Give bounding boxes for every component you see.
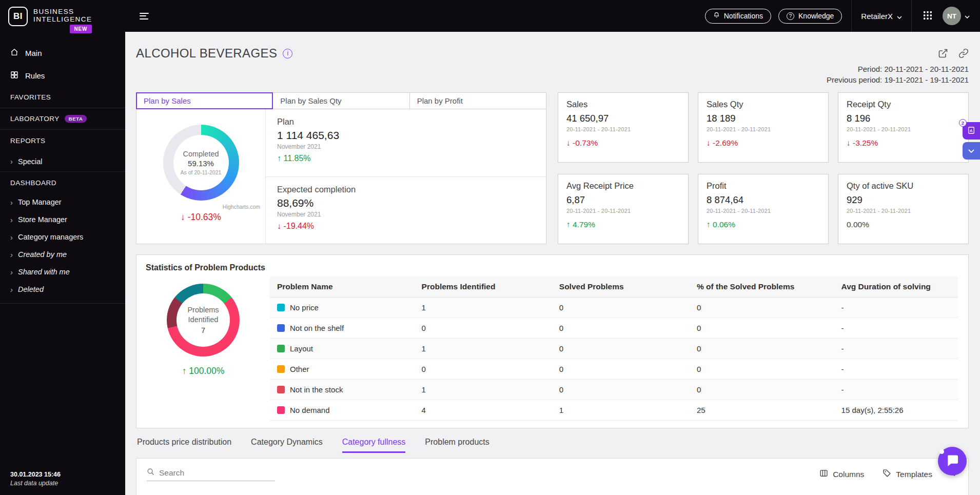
plan-summary: Plan 1 114 465,63 November 2021 11.85% <box>266 109 546 177</box>
logo-line2: INTELLIGENCE <box>33 15 92 23</box>
section-tab[interactable]: Category Dynamics <box>251 438 323 453</box>
kpi-delta: 0.06% <box>707 220 820 229</box>
new-badge: NEW <box>70 25 92 33</box>
kpi-delta: 0.00% <box>847 220 960 229</box>
reports-flyout-button[interactable]: 2 <box>963 122 980 140</box>
menu-toggle-icon[interactable] <box>140 13 149 19</box>
sidebar-item-label: Store Manager <box>18 215 67 224</box>
sidebar-section-laboratory[interactable]: LABORATORY BETA <box>0 108 125 130</box>
gauge-value: 59.13% <box>188 159 214 168</box>
chevron-right-icon: › <box>10 251 13 259</box>
chevron-right-icon: › <box>10 286 13 293</box>
problem-type-icon <box>277 365 285 373</box>
search-input[interactable] <box>159 468 275 478</box>
last-update-footer: 30.01.2023 15:46 Last data update <box>10 470 61 488</box>
kpi-delta: -2.69% <box>707 138 820 148</box>
avatar[interactable]: NT <box>943 7 961 25</box>
completion-gauge-column: Completed 59.13% As of 20-11-2021 Highch… <box>136 109 266 244</box>
kpi-card: Sales Qty 18 189 20-11-2021 - 20-11-2021… <box>698 92 829 163</box>
top-section: Plan by Sales Plan by Sales Qty Plan by … <box>136 92 969 244</box>
kpi-title: Profit <box>707 181 820 191</box>
sidebar-item-label: Deleted <box>18 285 44 293</box>
knowledge-button[interactable]: Knowledge <box>778 9 842 24</box>
search-icon <box>147 468 154 478</box>
table-row: Layout 1 0 0 - <box>270 339 958 359</box>
table-row: Not in the stock 1 0 0 - <box>270 380 958 400</box>
section-tab[interactable]: Category fullness <box>342 438 406 453</box>
sidebar-item-rules[interactable]: Rules <box>0 64 125 87</box>
kpi-title: Sales Qty <box>707 100 820 109</box>
plan-block: Plan by Sales Plan by Sales Qty Plan by … <box>136 92 546 244</box>
section-tab[interactable]: Problem products <box>425 438 489 453</box>
kpi-card: Qty of active SKU 929 20-11-2021 - 20-11… <box>838 174 969 244</box>
section-tab[interactable]: Products price distribution <box>137 438 231 453</box>
plan-tab[interactable]: Plan by Sales <box>136 92 273 109</box>
sidebar-item[interactable]: › Category managers <box>0 228 125 246</box>
last-update-note: Last data update <box>10 479 61 488</box>
sidebar-item-label: Rules <box>25 71 45 80</box>
chevron-down-icon <box>965 11 970 21</box>
column-header: Problem Name <box>270 276 415 298</box>
plan-tab[interactable]: Plan by Profit <box>409 92 546 109</box>
chevron-right-icon: › <box>10 268 13 276</box>
sidebar-item[interactable]: › Created by me <box>0 246 125 263</box>
chat-fab-button[interactable] <box>938 447 967 476</box>
kpi-delta: -3.25% <box>847 138 960 148</box>
sidebar-item[interactable]: › Store Manager <box>0 211 125 228</box>
main-content: ALCOHOL BEVERAGES Period: 20-11-2021 - 2… <box>125 32 980 495</box>
kpi-card: Avg Receipt Price 6,87 20-11-2021 - 20-1… <box>558 174 689 244</box>
sidebar-item-label: Main <box>25 49 42 57</box>
sidebar: BI BUSINESS INTELLIGENCE NEW Main Rules … <box>0 0 125 495</box>
sidebar-item-special[interactable]: › Special <box>0 151 125 172</box>
sidebar-section-dashboard[interactable]: DASHBOARD <box>0 172 125 193</box>
highcharts-credit[interactable]: Highcharts.com <box>136 204 265 210</box>
user-menu[interactable]: NT <box>943 7 970 25</box>
problem-name: Layout <box>290 344 313 353</box>
logo-bi-icon: BI <box>8 7 28 26</box>
rules-icon <box>10 71 18 81</box>
plan-value: 1 114 465,63 <box>277 129 535 142</box>
notifications-button[interactable]: Notifications <box>705 9 771 24</box>
problems-donut-column: Problems Identified 7 100.00% <box>136 276 270 377</box>
column-header: Solved Problems <box>552 276 690 298</box>
copy-link-icon[interactable] <box>958 48 969 58</box>
kpi-card: Sales 41 650,97 20-11-2021 - 20-11-2021 … <box>558 92 689 163</box>
donut-label-line2: Identified <box>188 315 219 325</box>
sidebar-section-favorites[interactable]: FAVORITES <box>0 87 125 108</box>
chevron-right-icon: › <box>10 157 13 165</box>
sidebar-item[interactable]: › Shared with me <box>0 263 125 281</box>
plan-tab[interactable]: Plan by Sales Qty <box>272 92 409 109</box>
chevron-right-icon: › <box>10 199 13 206</box>
problem-type-icon <box>277 406 285 414</box>
column-header: % of the Solved Problems <box>690 276 834 298</box>
kpi-period: 20-11-2021 - 20-11-2021 <box>566 126 680 132</box>
kpi-delta: -0.73% <box>566 138 680 148</box>
sidebar-item[interactable]: › Deleted <box>0 281 125 298</box>
expected-delta: -19.44% <box>277 222 535 231</box>
plan-title: Plan <box>277 117 535 127</box>
retailer-selector[interactable]: RetailerX <box>861 12 902 21</box>
flyout-collapse-button[interactable] <box>963 142 980 160</box>
sidebar-item-main[interactable]: Main <box>0 42 125 64</box>
problem-name: Not on the shelf <box>290 324 344 332</box>
search-box[interactable] <box>147 468 275 481</box>
templates-button[interactable]: Templates <box>883 469 932 480</box>
logo-line1: BUSINESS <box>33 8 92 15</box>
plan-period: November 2021 <box>277 143 535 150</box>
sidebar-section-reports[interactable]: REPORTS <box>0 130 125 151</box>
open-external-icon[interactable] <box>938 48 948 58</box>
apps-grid-button[interactable] <box>923 11 932 22</box>
period-label: Period: 20-11-2021 - 20-11-2021 <box>136 64 969 74</box>
kpi-value: 8 874,64 <box>707 194 820 206</box>
kpi-card: Receipt Qty 8 196 20-11-2021 - 20-11-202… <box>838 92 969 163</box>
chevron-right-icon: › <box>10 233 13 241</box>
app-logo[interactable]: BI BUSINESS INTELLIGENCE NEW <box>0 0 125 42</box>
column-header: Avg Duration of solving <box>834 276 958 298</box>
beta-badge: BETA <box>65 115 87 123</box>
kpi-value: 18 189 <box>707 113 820 124</box>
problem-type-icon <box>277 386 285 393</box>
sidebar-item[interactable]: › Top Manager <box>0 193 125 211</box>
info-icon[interactable] <box>283 49 292 58</box>
columns-button[interactable]: Columns <box>819 469 864 480</box>
table-row: No demand 4 1 25 15 day(s), 2:55:26 <box>270 400 958 421</box>
